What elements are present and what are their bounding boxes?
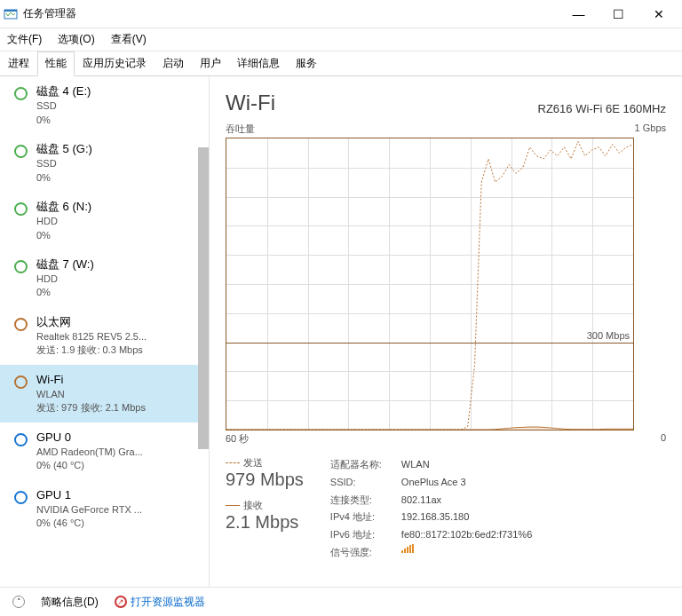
window-titlebar: 任务管理器 — ☐ ✕ (0, 0, 682, 28)
footer: ˄ 简略信息(D) ↗打开资源监视器 (0, 587, 682, 616)
sidebar-item-sub2: 0% (40 °C) (36, 459, 200, 472)
resource-monitor-icon: ↗ (115, 596, 127, 608)
sidebar-item-sub1: Realtek 8125 REV5 2.5... (36, 330, 200, 344)
sidebar-item-name: GPU 0 (36, 430, 200, 446)
info-ipv4-v: 192.168.35.180 (401, 509, 469, 526)
main-panel: Wi-Fi RZ616 Wi-Fi 6E 160MHz 吞吐量 1 Gbps 3… (210, 76, 682, 587)
info-signal-k: 信号强度: (330, 544, 393, 562)
sidebar-item-5[interactable]: Wi-FiWLAN发送: 979 接收: 2.1 Mbps (0, 365, 209, 423)
chart-label-throughput: 吞吐量 (226, 122, 255, 136)
tab-processes[interactable]: 进程 (0, 51, 37, 75)
stat-send: 发送 979 Mbps (226, 456, 304, 490)
sidebar-item-sub1: AMD Radeon(TM) Gra... (36, 446, 200, 459)
sidebar-item-sub2: 0% (46 °C) (36, 517, 200, 530)
sidebar-item-sub2: 发送: 979 接收: 2.1 Mbps (36, 401, 200, 415)
menu-options[interactable]: 选项(O) (56, 30, 96, 49)
sidebar-item-icon (14, 318, 28, 331)
chart-svg (226, 138, 633, 430)
info-conn-k: 连接类型: (330, 492, 393, 509)
svg-rect-1 (4, 10, 17, 12)
stat-recv-label: 接收 (243, 499, 263, 512)
chevron-up-icon[interactable]: ˄ (12, 596, 25, 608)
tab-bar: 进程 性能 应用历史记录 启动 用户 详细信息 服务 (0, 51, 682, 76)
chart-x-left: 60 秒 (226, 432, 249, 446)
sidebar-item-name: Wi-Fi (36, 372, 200, 388)
sidebar-item-name: GPU 1 (36, 487, 200, 503)
menu-file[interactable]: 文件(F) (5, 30, 44, 49)
stat-send-value: 979 Mbps (226, 470, 304, 490)
tab-users[interactable]: 用户 (192, 51, 229, 75)
tab-app-history[interactable]: 应用历史记录 (75, 51, 155, 75)
app-icon (4, 7, 18, 21)
sidebar-item-name: 磁盘 5 (G:) (36, 141, 200, 157)
sidebar-item-sub1: SSD (36, 99, 200, 113)
brief-info-link[interactable]: 简略信息(D) (41, 595, 99, 610)
chart-x-right: 0 (661, 432, 666, 446)
chart-label-max: 1 Gbps (635, 122, 666, 136)
menubar: 文件(F) 选项(O) 查看(V) (0, 28, 682, 51)
sidebar-scrollbar[interactable] (198, 147, 209, 449)
tab-performance[interactable]: 性能 (37, 51, 75, 76)
sidebar-item-sub2: 0% (36, 114, 200, 127)
maximize-button[interactable]: ☐ (599, 1, 638, 28)
sidebar-item-icon (14, 260, 28, 273)
info-ipv4-k: IPv4 地址: (330, 509, 393, 526)
sidebar-item-name: 磁盘 7 (W:) (36, 257, 200, 272)
signal-bars-icon (401, 544, 414, 553)
sidebar-item-sub2: 0% (36, 171, 200, 185)
sidebar-item-7[interactable]: GPU 1NVIDIA GeForce RTX ...0% (46 °C) (0, 480, 209, 538)
sidebar-item-name: 磁盘 4 (E:) (36, 83, 200, 99)
tab-details[interactable]: 详细信息 (229, 51, 288, 75)
sidebar-item-name: 磁盘 6 (N:) (36, 199, 200, 215)
sidebar-item-icon (14, 375, 28, 389)
performance-sidebar: 磁盘 4 (E:)SSD0%磁盘 5 (G:)SSD0%磁盘 6 (N:)HDD… (0, 76, 210, 587)
sidebar-item-4[interactable]: 以太网Realtek 8125 REV5 2.5...发送: 1.9 接收: 0… (0, 307, 209, 365)
sidebar-item-sub2: 0% (36, 229, 200, 242)
close-button[interactable]: ✕ (638, 1, 678, 28)
sidebar-item-0[interactable]: 磁盘 4 (E:)SSD0% (0, 76, 209, 134)
adapter-model: RZ616 Wi-Fi 6E 160MHz (538, 102, 666, 115)
sidebar-item-3[interactable]: 磁盘 7 (W:)HDD0% (0, 249, 209, 307)
page-title: Wi-Fi (226, 91, 275, 115)
info-ssid-k: SSID: (330, 474, 393, 492)
sidebar-item-sub1: HDD (36, 272, 200, 286)
sidebar-item-sub2: 0% (36, 286, 200, 299)
throughput-chart: 300 Mbps (226, 138, 634, 430)
info-ipv6-v: fe80::8172:102b:6ed2:f731%6 (401, 526, 532, 544)
stat-recv: 接收 2.1 Mbps (226, 499, 304, 533)
open-resource-monitor-link[interactable]: 打开资源监视器 (131, 595, 205, 610)
sidebar-item-sub1: WLAN (36, 388, 200, 401)
stat-send-label: 发送 (243, 456, 263, 470)
tab-startup[interactable]: 启动 (155, 51, 192, 75)
sidebar-item-icon (14, 433, 28, 446)
info-ssid-v: OnePlus Ace 3 (401, 474, 466, 492)
sidebar-item-6[interactable]: GPU 0AMD Radeon(TM) Gra...0% (40 °C) (0, 423, 209, 480)
menu-view[interactable]: 查看(V) (109, 30, 148, 49)
sidebar-item-icon (14, 87, 28, 100)
window-title: 任务管理器 (23, 6, 559, 21)
tab-services[interactable]: 服务 (288, 51, 325, 75)
sidebar-item-sub2: 发送: 1.9 接收: 0.3 Mbps (36, 344, 200, 357)
sidebar-item-1[interactable]: 磁盘 5 (G:)SSD0% (0, 134, 209, 192)
connection-info: 适配器名称:WLAN SSID:OnePlus Ace 3 连接类型:802.1… (330, 456, 532, 562)
info-adapter-v: WLAN (401, 456, 430, 474)
sidebar-item-icon (14, 145, 28, 158)
sidebar-item-icon (14, 491, 28, 504)
sidebar-item-name: 以太网 (36, 314, 200, 330)
info-conn-v: 802.11ax (401, 492, 441, 509)
minimize-button[interactable]: — (559, 1, 599, 28)
sidebar-item-sub1: SSD (36, 157, 200, 170)
sidebar-item-2[interactable]: 磁盘 6 (N:)HDD0% (0, 192, 209, 249)
sidebar-item-sub1: NVIDIA GeForce RTX ... (36, 503, 200, 517)
info-adapter-k: 适配器名称: (330, 456, 393, 474)
stat-recv-value: 2.1 Mbps (226, 512, 304, 533)
info-ipv6-k: IPv6 地址: (330, 526, 393, 544)
sidebar-item-sub1: HDD (36, 215, 200, 228)
sidebar-item-icon (14, 202, 28, 216)
